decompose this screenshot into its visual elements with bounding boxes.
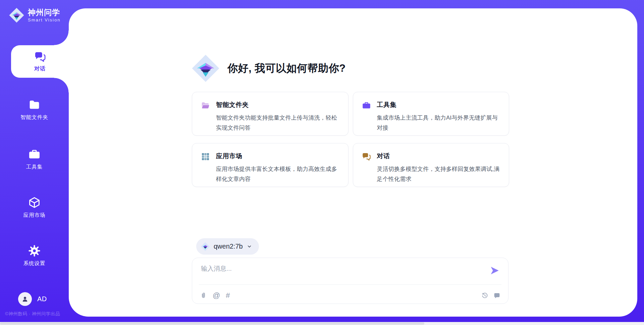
greeting: 你好, 我可以如何帮助你? [191,54,346,83]
brand: 神州问学 Smart Vision [9,7,60,23]
card-desc: 应用市场提供丰富长文本模板，助力高效生成多样化文章内容 [216,164,341,184]
brand-text: 神州问学 Smart Vision [28,8,60,22]
cube-icon [28,196,41,209]
brand-name: 神州问学 [28,8,60,17]
sidebar: 神州问学 Smart Vision 对话 智能文件夹 工具集 应用市场 系统设置 [0,0,69,325]
card-desc: 灵活切换多模型文件，支持多样回复效果调试,满足个性化需求 [377,164,502,184]
sidebar-item-toolkit[interactable]: 工具集 [0,148,69,171]
hash-icon: # [226,292,230,299]
sidebar-item-app-market[interactable]: 应用市场 [0,196,69,219]
send-button[interactable] [489,265,501,276]
card-desc: 智能文件夹功能支持批量文件上传与清洗，轻松实现文件问答 [216,113,341,133]
sidebar-item-label: 应用市场 [23,212,46,219]
scrollbar-thumb[interactable] [0,322,424,325]
attach-button[interactable] [200,292,207,299]
chat-icon [362,152,371,187]
card-smart-folder[interactable]: 智能文件夹 智能文件夹功能支持批量文件上传与清洗，轻松实现文件问答 [192,92,348,136]
composer-divider [199,284,501,285]
avatar [18,292,32,306]
at-icon: @ [213,292,220,299]
composer-tools-right [481,292,500,299]
greeting-logo-icon [191,54,220,83]
card-body: 应用市场 应用市场提供丰富长文本模板，助力高效生成多样化文章内容 [216,152,341,187]
history-clock-icon [481,292,488,299]
greeting-text: 你好, 我可以如何帮助你? [227,61,346,75]
feature-cards: 智能文件夹 智能文件夹功能支持批量文件上传与清洗，轻松实现文件问答 工具集 集成… [192,92,509,187]
chevron-down-icon [247,244,252,249]
model-logo-icon [201,242,210,251]
model-selector-value: qwen2:7b [214,243,243,250]
brand-logo-icon [9,7,24,23]
horizontal-scrollbar[interactable] [0,322,644,325]
sidebar-item-label: 系统设置 [23,260,46,267]
card-title: 对话 [377,152,502,160]
sidebar-item-label: 对话 [34,65,46,72]
sidebar-item-chat[interactable]: 对话 [11,45,69,78]
card-body: 工具集 集成市场上主流工具，助力AI与外界无缝扩展与对接 [377,101,502,135]
grid-icon [201,152,210,187]
folder-open-icon [201,101,210,135]
briefcase-icon [362,101,371,135]
mention-button[interactable]: @ [213,292,220,299]
user-profile[interactable]: AD [18,292,47,306]
brand-subtitle: Smart Vision [28,17,60,22]
briefcase-icon [28,148,41,160]
user-name: AD [37,295,47,303]
copyright-text: ©神州数码 · 神州问学出品 [5,311,60,317]
card-title: 智能文件夹 [216,101,341,109]
card-chat[interactable]: 对话 灵活切换多模型文件，支持多样回复效果调试,满足个性化需求 [353,143,509,187]
message-composer: @ # [192,258,508,304]
card-title: 应用市场 [216,152,341,160]
composer-tools-left: @ # [200,292,230,299]
sidebar-item-smart-folder[interactable]: 智能文件夹 [0,99,69,121]
card-toolkit[interactable]: 工具集 集成市场上主流工具，助力AI与外界无缝扩展与对接 [353,92,509,136]
card-body: 对话 灵活切换多模型文件，支持多样回复效果调试,满足个性化需求 [377,152,502,187]
history-button[interactable] [481,292,488,299]
folder-icon [28,99,41,111]
card-desc: 集成市场上主流工具，助力AI与外界无缝扩展与对接 [377,113,502,133]
card-body: 智能文件夹 智能文件夹功能支持批量文件上传与清洗，轻松实现文件问答 [216,101,341,135]
sidebar-item-label: 工具集 [26,164,43,171]
chat-icon [34,51,46,63]
feedback-button[interactable] [493,292,500,299]
model-selector[interactable]: qwen2:7b [196,238,259,255]
message-input[interactable] [200,264,483,282]
message-bubble-icon [493,292,500,299]
paperclip-icon [200,292,207,299]
hashtag-button[interactable]: # [226,292,230,299]
person-icon [21,295,29,303]
gear-icon [28,245,41,257]
sidebar-item-label: 智能文件夹 [20,114,48,121]
card-title: 工具集 [377,101,502,109]
sidebar-item-settings[interactable]: 系统设置 [0,245,69,267]
send-icon [489,265,500,276]
card-app-market[interactable]: 应用市场 应用市场提供丰富长文本模板，助力高效生成多样化文章内容 [192,143,348,187]
